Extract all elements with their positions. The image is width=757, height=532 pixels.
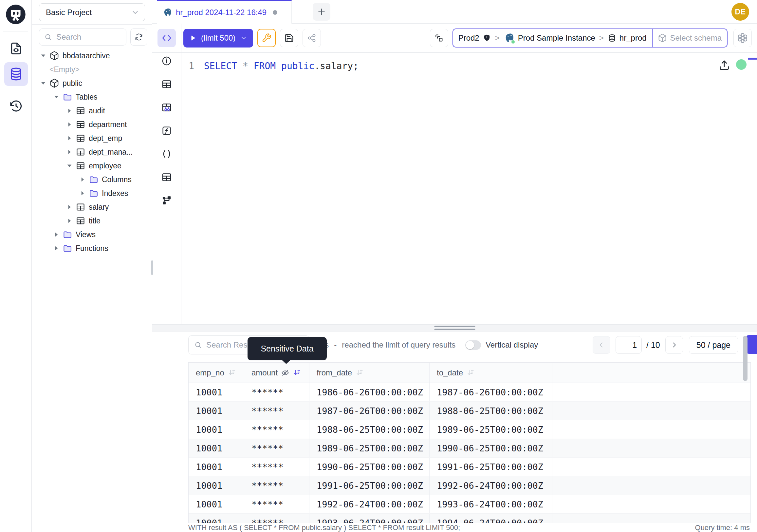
caret-right-icon[interactable] xyxy=(65,203,74,211)
eye-off-icon xyxy=(281,368,289,377)
panel-splitter[interactable] xyxy=(152,324,757,331)
format-button[interactable] xyxy=(430,29,448,47)
sql-editor-panel: 1 SELECT * FROM public.salary; xyxy=(152,53,757,324)
file-code-icon xyxy=(9,41,24,56)
tree-item-indexes[interactable]: Indexes xyxy=(32,186,152,200)
table-row[interactable]: 10001******1987-06-26T00:00:00Z1988-06-2… xyxy=(189,402,750,420)
caret-right-icon[interactable] xyxy=(65,134,74,142)
table-cell: 10001 xyxy=(189,495,244,513)
table-row[interactable]: 10001******1993-06-24T00:00:00Z1994-06-2… xyxy=(189,514,750,523)
avatar[interactable]: DE xyxy=(732,3,749,21)
table-row[interactable]: 10001******1992-06-24T00:00:00Z1993-06-2… xyxy=(189,495,750,514)
tree-item-department[interactable]: department xyxy=(32,118,152,131)
caret-right-icon[interactable] xyxy=(65,148,74,156)
tree-item-title[interactable]: title xyxy=(32,214,152,228)
sort-icon[interactable] xyxy=(293,368,302,377)
caret-right-icon[interactable] xyxy=(52,244,61,253)
table-cell: ****** xyxy=(244,458,309,476)
database-nav-button[interactable] xyxy=(4,62,28,86)
column-header-from_date[interactable]: from_date xyxy=(309,363,430,383)
diagram-strip-button[interactable] xyxy=(160,193,174,208)
bytebase-logo-icon[interactable] xyxy=(4,3,27,26)
project-selector[interactable]: Basic Project xyxy=(39,3,145,21)
table-strip-button[interactable] xyxy=(160,170,174,184)
new-tab-button[interactable] xyxy=(313,3,330,21)
caret-right-icon[interactable] xyxy=(52,230,61,239)
table-search-strip-button[interactable] xyxy=(160,100,174,115)
next-page-button[interactable] xyxy=(665,336,683,354)
history-nav-button[interactable] xyxy=(4,94,28,118)
tree-item-label: Views xyxy=(76,230,96,239)
ai-assistant-button[interactable] xyxy=(733,29,752,47)
caret-right-icon[interactable] xyxy=(65,120,74,129)
sql-editor[interactable]: 1 SELECT * FROM public.salary; xyxy=(182,59,721,73)
database-name: hr_prod xyxy=(620,33,647,43)
tree-item-dept-mana-[interactable]: dept_mana... xyxy=(32,145,152,159)
caret-down-icon[interactable] xyxy=(39,51,47,60)
table-cell: 1991-06-25T00:00:00Z xyxy=(309,476,430,495)
sidebar-resize-handle[interactable] xyxy=(151,261,153,275)
table-strip-button[interactable] xyxy=(160,77,174,91)
postgres-icon xyxy=(163,8,172,17)
table-row[interactable]: 10001******1986-06-26T00:00:00Z1987-06-2… xyxy=(189,383,750,402)
table-row[interactable]: 10001******1989-06-25T00:00:00Z1990-06-2… xyxy=(189,439,750,458)
sidebar-search-input[interactable]: Search xyxy=(39,28,126,46)
connection-breadcrumb[interactable]: Prod2 > Prod Sample Instance > hr_prod xyxy=(452,28,652,47)
caret-down-icon[interactable] xyxy=(39,79,47,87)
caret-down-icon[interactable] xyxy=(52,93,61,101)
tab-hr-prod[interactable]: hr_prod 2024-11-22 16:49 xyxy=(157,0,292,24)
column-header-to_date[interactable]: to_date xyxy=(430,363,552,383)
tree-item-public[interactable]: public xyxy=(32,76,152,90)
main-area: hr_prod 2024-11-22 16:49 DE (limit 500) xyxy=(152,0,757,532)
caret-right-icon[interactable] xyxy=(78,189,87,198)
tree-item-columns[interactable]: Columns xyxy=(32,172,152,186)
tree-item-audit[interactable]: audit xyxy=(32,104,152,118)
sql-editor-toggle-button[interactable] xyxy=(158,29,176,47)
tree-item-functions[interactable]: Functions xyxy=(32,241,152,255)
column-header-emp_no[interactable]: emp_no xyxy=(189,363,244,383)
sort-icon[interactable] xyxy=(466,368,475,377)
tree-item-tables[interactable]: Tables xyxy=(32,90,152,104)
tree-item-dept-emp[interactable]: dept_emp xyxy=(32,131,152,145)
table-cell: ****** xyxy=(244,495,309,513)
tree-item-label: salary xyxy=(89,203,109,212)
schema-selector[interactable]: Select schema xyxy=(652,28,728,47)
tree-item-salary[interactable]: salary xyxy=(32,200,152,214)
column-label: to_date xyxy=(437,368,463,377)
function-strip-button[interactable] xyxy=(160,123,174,138)
run-query-button[interactable]: (limit 500) xyxy=(183,29,253,47)
table-row[interactable]: 10001******1988-06-25T00:00:00Z1989-06-2… xyxy=(189,420,750,439)
table-row[interactable]: 10001******1991-06-25T00:00:00Z1992-06-2… xyxy=(189,476,750,495)
folder-icon xyxy=(63,230,72,239)
wrench-tool-button[interactable] xyxy=(257,29,276,47)
share-button[interactable] xyxy=(303,29,321,47)
tree-item-bbdataarchive[interactable]: bbdataarchive xyxy=(32,49,152,63)
column-header-amount[interactable]: amount xyxy=(244,363,309,383)
worksheet-nav-button[interactable] xyxy=(4,37,28,60)
upload-button[interactable] xyxy=(718,59,731,72)
caret-down-icon[interactable] xyxy=(65,162,74,170)
caret-right-icon[interactable] xyxy=(65,107,74,115)
table-cell: ****** xyxy=(244,402,309,420)
vertical-display-toggle[interactable] xyxy=(465,340,481,350)
tree-item-employee[interactable]: employee xyxy=(32,159,152,172)
results-scrollbar[interactable] xyxy=(743,336,747,381)
parentheses-strip-button[interactable] xyxy=(160,147,174,161)
shield-icon xyxy=(483,34,491,42)
table-cell: ****** xyxy=(244,420,309,439)
folder-icon xyxy=(63,92,72,102)
caret-right-icon[interactable] xyxy=(65,217,74,225)
sort-icon[interactable] xyxy=(355,368,364,377)
page-size-select[interactable]: 50 / page xyxy=(689,336,738,354)
sort-icon[interactable] xyxy=(227,368,236,377)
schema-tree: bbdataarchive<Empty>publicTablesauditdep… xyxy=(32,49,152,255)
table-cell: ****** xyxy=(244,514,309,523)
prev-page-button[interactable] xyxy=(592,336,610,354)
info-strip-button[interactable] xyxy=(160,54,174,68)
tree-item-views[interactable]: Views xyxy=(32,228,152,241)
caret-right-icon[interactable] xyxy=(78,175,87,184)
page-number-input[interactable]: 1 xyxy=(616,336,642,354)
table-row[interactable]: 10001******1990-06-25T00:00:00Z1991-06-2… xyxy=(189,458,750,476)
refresh-button[interactable] xyxy=(130,28,147,46)
save-button[interactable] xyxy=(280,29,298,47)
